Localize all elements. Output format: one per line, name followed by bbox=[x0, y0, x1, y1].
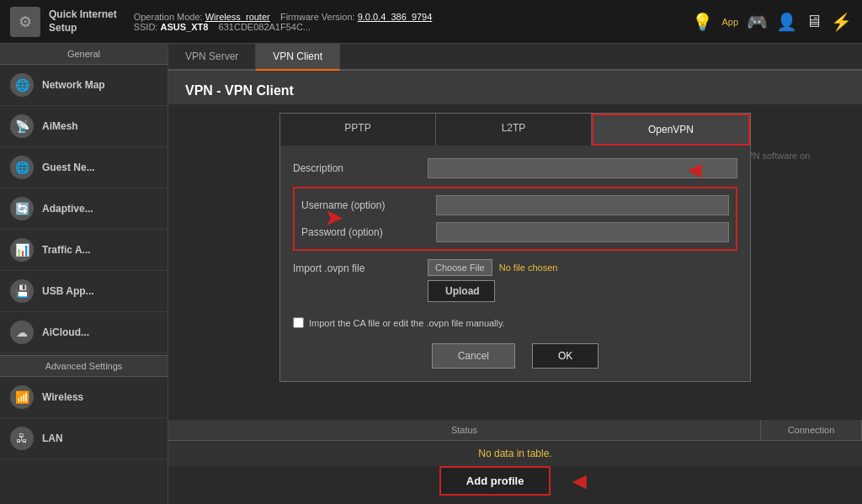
add-profile-button[interactable]: Add profile bbox=[439, 466, 551, 496]
sidebar-item-aimesh[interactable]: 📡 AiMesh bbox=[0, 106, 168, 147]
quick-setup-label[interactable]: Quick Internet Setup bbox=[49, 8, 117, 34]
arrow-right-openvpn: ◄ bbox=[683, 157, 706, 183]
status-column-header: Status bbox=[168, 420, 761, 440]
dialog-buttons: Cancel OK bbox=[280, 335, 750, 369]
app-label: App bbox=[721, 17, 738, 27]
mode-value[interactable]: Wireless_router bbox=[205, 12, 270, 22]
sidebar-item-guest-network[interactable]: 🌐 Guest Ne... bbox=[0, 147, 168, 188]
no-file-text: No file chosen bbox=[499, 263, 558, 273]
import-ca-checkbox[interactable] bbox=[293, 317, 304, 328]
firmware-value[interactable]: 9.0.0.4_386_9794 bbox=[358, 12, 433, 22]
username-label: Username (option) bbox=[301, 199, 436, 211]
import-controls: Choose File No file chosen Upload bbox=[428, 259, 557, 302]
vpn-tab-l2tp[interactable]: L2TP bbox=[436, 114, 592, 146]
main-layout: General 🌐 Network Map 📡 AiMesh 🌐 Guest N… bbox=[0, 44, 862, 504]
firmware-label: Firmware Version: bbox=[280, 12, 355, 22]
quick-setup-area: ⚙ Quick Internet Setup bbox=[10, 7, 117, 37]
import-row: Import .ovpn file Choose File No file ch… bbox=[280, 259, 750, 302]
gamepad-icon[interactable]: 🎮 bbox=[747, 12, 768, 32]
vpn-client-dialog: PPTP L2TP OpenVPN Description bbox=[279, 113, 751, 382]
sidebar-item-lan[interactable]: 🖧 LAN bbox=[0, 418, 168, 459]
username-input[interactable] bbox=[436, 195, 729, 215]
top-icons: 💡 App 🎮 👤 🖥 ⚡ bbox=[692, 12, 852, 32]
sidebar: General 🌐 Network Map 📡 AiMesh 🌐 Guest N… bbox=[0, 44, 168, 504]
choose-file-button[interactable]: Choose File bbox=[428, 259, 492, 276]
vpn-tab-pptp[interactable]: PPTP bbox=[280, 114, 436, 146]
aimesh-icon: 📡 bbox=[10, 114, 34, 138]
sidebar-item-usb-app[interactable]: 💾 USB App... bbox=[0, 271, 168, 312]
password-input[interactable] bbox=[436, 222, 729, 242]
tab-bar: VPN Server VPN Client bbox=[168, 44, 862, 71]
description-label: Description bbox=[293, 162, 428, 174]
page-title: VPN - VPN Client bbox=[185, 83, 845, 98]
usb-app-icon: 💾 bbox=[10, 279, 34, 303]
sidebar-item-wireless[interactable]: 📶 Wireless bbox=[0, 377, 168, 418]
network-map-icon: 🌐 bbox=[10, 73, 34, 97]
ssid-label: SSID: bbox=[134, 22, 158, 32]
sidebar-item-adaptive-qos[interactable]: 🔄 Adaptive... bbox=[0, 188, 168, 230]
usb-icon[interactable]: ⚡ bbox=[831, 12, 852, 32]
wireless-label: Wireless bbox=[42, 391, 83, 403]
credentials-section: Username (option) Password (option) bbox=[293, 187, 737, 251]
ok-button[interactable]: OK bbox=[532, 343, 599, 369]
form-section: Description bbox=[280, 158, 750, 178]
lan-label: LAN bbox=[42, 432, 63, 444]
user-icon[interactable]: 👤 bbox=[776, 12, 797, 32]
arrow-left-credentials: ➤ bbox=[324, 204, 343, 231]
table-area: Status Connection No data in table. bbox=[168, 420, 862, 466]
adaptive-label: Adaptive... bbox=[42, 203, 93, 215]
usb-app-label: USB App... bbox=[42, 285, 94, 297]
password-row: Password (option) bbox=[301, 222, 729, 242]
upload-button[interactable]: Upload bbox=[428, 280, 495, 302]
sidebar-item-network-map[interactable]: 🌐 Network Map bbox=[0, 65, 168, 106]
ssid-value: ASUS_XT8 bbox=[160, 22, 208, 32]
vpn-tab-openvpn[interactable]: OpenVPN bbox=[592, 114, 750, 146]
username-row: Username (option) bbox=[301, 195, 729, 215]
vpn-type-tabs: PPTP L2TP OpenVPN bbox=[280, 114, 750, 146]
no-data-text: No data in table. bbox=[478, 448, 551, 459]
mac-value: 631CDE082A1F54C... bbox=[219, 22, 311, 32]
guest-network-icon: 🌐 bbox=[10, 156, 34, 179]
bulb-icon[interactable]: 💡 bbox=[692, 12, 713, 32]
description-row: Description bbox=[293, 158, 737, 178]
main-content: VPN Server VPN Client VPN - VPN Client .… bbox=[168, 44, 862, 504]
general-section-label: General bbox=[0, 44, 168, 65]
file-chooser-row: Choose File No file chosen bbox=[428, 259, 557, 276]
checkbox-label: Import the CA file or edit the .ovpn fil… bbox=[309, 318, 505, 328]
cancel-button[interactable]: Cancel bbox=[432, 343, 515, 369]
add-profile-area: Add profile ◄ bbox=[168, 466, 862, 496]
aicloud-label: AiCloud... bbox=[42, 326, 89, 338]
traffic-icon: 📊 bbox=[10, 238, 34, 262]
network-map-label: Network Map bbox=[42, 79, 105, 91]
sidebar-item-traffic[interactable]: 📊 Traffic A... bbox=[0, 230, 168, 271]
monitor-icon[interactable]: 🖥 bbox=[806, 12, 822, 31]
top-bar: ⚙ Quick Internet Setup Operation Mode: W… bbox=[0, 0, 862, 44]
operation-mode-info: Operation Mode: Wireless_router Firmware… bbox=[117, 12, 693, 32]
password-label: Password (option) bbox=[301, 226, 436, 238]
aimesh-label: AiMesh bbox=[42, 120, 78, 132]
quick-setup-icon: ⚙ bbox=[10, 7, 40, 37]
table-header: Status Connection bbox=[168, 420, 862, 441]
adaptive-icon: 🔄 bbox=[10, 197, 34, 220]
import-label: Import .ovpn file bbox=[293, 259, 428, 274]
connection-column-header: Connection bbox=[761, 420, 862, 440]
content-body: VPN - VPN Client ...curely over a ...vin… bbox=[168, 71, 862, 504]
sidebar-item-aicloud[interactable]: ☁ AiCloud... bbox=[0, 312, 168, 353]
arrow-add-profile: ◄ bbox=[567, 468, 591, 495]
checkbox-row: Import the CA file or edit the .ovpn fil… bbox=[280, 310, 750, 335]
operation-mode-label: Operation Mode: bbox=[134, 12, 203, 22]
tab-vpn-client[interactable]: VPN Client bbox=[256, 44, 340, 71]
lan-icon: 🖧 bbox=[10, 427, 34, 450]
wireless-icon: 📶 bbox=[10, 385, 34, 409]
traffic-label: Traffic A... bbox=[42, 244, 91, 256]
tab-vpn-server[interactable]: VPN Server bbox=[168, 44, 256, 69]
table-body: No data in table. bbox=[168, 441, 862, 466]
advanced-section-label: Advanced Settings bbox=[0, 355, 168, 377]
guest-network-label: Guest Ne... bbox=[42, 162, 95, 173]
aicloud-icon: ☁ bbox=[10, 321, 34, 344]
